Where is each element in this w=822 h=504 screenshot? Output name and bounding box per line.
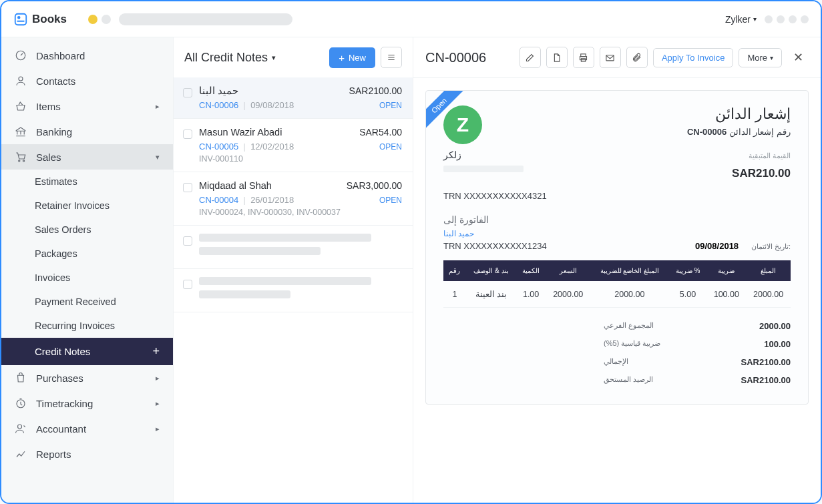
mail-button[interactable] <box>600 47 621 68</box>
sidebar-item-credit-notes[interactable]: Credit Notes + <box>1 338 173 365</box>
new-button[interactable]: + New <box>329 47 375 68</box>
clock-icon <box>15 397 27 409</box>
bag-icon <box>15 372 27 384</box>
credit-note-number: CN-00006 رقم إشعار الدائن <box>687 127 791 137</box>
sidebar-item-recurring-invoices[interactable]: Recurring Invoices <box>1 314 173 338</box>
app-name: Books <box>32 13 67 26</box>
sidebar-item-retainer[interactable]: Retainer Invoices <box>1 194 173 218</box>
sidebar-item-packages[interactable]: Packages <box>1 242 173 266</box>
pdf-button[interactable] <box>546 47 568 68</box>
tax-label: ضريبة قياسية (5%) <box>604 339 660 349</box>
svg-point-7 <box>18 425 22 429</box>
list-menu-button[interactable] <box>381 47 402 68</box>
print-button[interactable] <box>573 47 594 68</box>
apply-to-invoice-button[interactable]: Apply To Invoice <box>653 48 733 67</box>
svg-point-1 <box>18 16 20 18</box>
line-items-table: رقم بند & الوصف الكمية السعر المبلغ الخا… <box>443 260 791 308</box>
credit-note-heading: إشعار الدائن <box>687 105 791 123</box>
total-value: SAR2100.00 <box>741 357 791 367</box>
sidebar-item-accountant[interactable]: Accountant ▸ <box>1 416 173 441</box>
url-bar-placeholder <box>119 13 292 25</box>
date-label: تاريخ الائتمان: <box>751 242 791 250</box>
person-icon <box>15 423 27 435</box>
credit-note-document: Open Z زلكر TRN XXXXXXXXXXX4321 إ <box>425 90 809 405</box>
svg-rect-11 <box>606 55 614 60</box>
svg-point-5 <box>23 160 24 162</box>
due-label: الرصيد المستحق <box>604 375 653 385</box>
sidebar-item-contacts[interactable]: Contacts <box>1 68 173 93</box>
basket-icon <box>15 100 27 112</box>
address-placeholder <box>443 166 524 172</box>
sidebar-item-banking[interactable]: Banking <box>1 119 173 144</box>
chevron-right-icon: ▸ <box>156 102 160 111</box>
company-name: زلكر <box>443 150 547 160</box>
chevron-right-icon: ▸ <box>156 374 160 383</box>
svg-point-4 <box>19 160 20 162</box>
chevron-right-icon: ▸ <box>156 399 160 408</box>
sidebar: Dashboard Contacts Items ▸ Banking Sales… <box>1 37 174 503</box>
bill-to-label: الفاتورة إلى <box>443 214 547 225</box>
cart-icon <box>15 151 27 163</box>
list-row-placeholder <box>174 269 413 312</box>
chevron-down-icon: ▾ <box>156 153 160 162</box>
svg-rect-0 <box>15 13 27 25</box>
sidebar-item-reports[interactable]: Reports <box>1 441 173 467</box>
due-value: SAR2100.00 <box>741 375 791 385</box>
table-header: رقم بند & الوصف الكمية السعر المبلغ الخا… <box>443 260 791 281</box>
window-controls <box>88 15 111 24</box>
list-row[interactable]: Miqdaad al ShahSAR3,000.00 CN-00004 | 26… <box>174 172 413 226</box>
app-logo: Books <box>13 12 67 27</box>
sidebar-item-estimates[interactable]: Estimates <box>1 170 173 194</box>
subtotal-value: 2000.00 <box>759 321 791 331</box>
close-button[interactable]: ✕ <box>787 47 809 68</box>
bank-icon <box>15 125 27 138</box>
subtotal-label: المجموع الفرعي <box>604 321 654 331</box>
list-title-dropdown[interactable]: All Credit Notes ▾ <box>184 51 276 65</box>
gauge-icon <box>15 49 27 61</box>
sidebar-item-dashboard[interactable]: Dashboard <box>1 43 173 68</box>
more-button[interactable]: More▾ <box>739 48 782 67</box>
detail-panel: CN-00006 Apply To Invoice More▾ ✕ Open <box>413 37 821 503</box>
sidebar-item-payment-received[interactable]: Payment Received <box>1 290 173 314</box>
sidebar-item-purchases[interactable]: Purchases ▸ <box>1 365 173 391</box>
header-extras <box>765 15 809 23</box>
plus-icon[interactable]: + <box>152 344 160 358</box>
attach-button[interactable] <box>626 47 648 68</box>
chart-icon <box>15 448 27 460</box>
list-panel: All Credit Notes ▾ + New حميد البناSAR21… <box>174 37 413 503</box>
svg-point-3 <box>19 77 23 81</box>
sidebar-item-invoices[interactable]: Invoices <box>1 266 173 290</box>
checkbox[interactable] <box>183 183 192 192</box>
total-label: الإجمالي <box>604 357 628 367</box>
balance-label: القيمة المتبقية <box>687 152 791 160</box>
edit-button[interactable] <box>520 47 541 68</box>
list-row-placeholder <box>174 226 413 269</box>
list-row[interactable]: Masun Wazir AbadiSAR54.00 CN-00005 | 12/… <box>174 119 413 172</box>
date-value: 09/08/2018 <box>695 241 739 251</box>
org-selector[interactable]: Zylker ▾ <box>725 14 757 25</box>
sidebar-item-sales-orders[interactable]: Sales Orders <box>1 218 173 242</box>
list-row[interactable]: حميد البناSAR2100.00 CN-00006 | 09/08/20… <box>174 77 413 119</box>
checkbox[interactable] <box>183 130 192 139</box>
company-logo: Z <box>443 105 482 144</box>
customer-trn: TRN XXXXXXXXXXX1234 <box>443 241 547 251</box>
customer-name[interactable]: حميد البنا <box>443 229 547 238</box>
sidebar-item-items[interactable]: Items ▸ <box>1 93 173 119</box>
sidebar-item-timetracking[interactable]: Timetracking ▸ <box>1 391 173 416</box>
detail-title: CN-00006 <box>425 50 486 65</box>
chevron-right-icon: ▸ <box>156 425 160 433</box>
sidebar-item-sales[interactable]: Sales ▾ <box>1 144 173 170</box>
company-trn: TRN XXXXXXXXXXX4321 <box>443 191 547 201</box>
table-row: 1 بند العينة 1.00 2000.00 2000.00 5.00 1… <box>443 281 791 308</box>
tax-value: 100.00 <box>764 339 791 349</box>
person-icon <box>15 75 27 87</box>
balance-value: SAR210.00 <box>687 167 791 180</box>
checkbox[interactable] <box>183 88 192 97</box>
